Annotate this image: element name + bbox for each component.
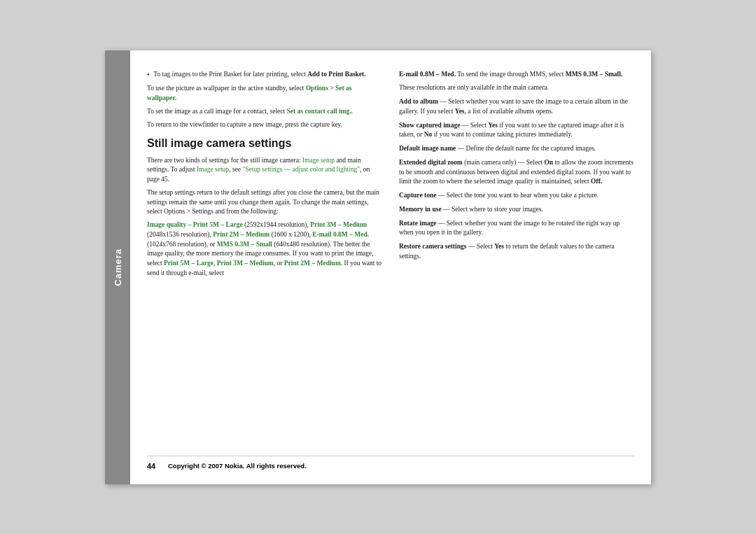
page-number: 44 [147, 462, 168, 470]
default-image-name-para: Default image name — Define the default … [399, 144, 634, 154]
show-captured-para: Show captured image — Select Yes if you … [399, 121, 634, 141]
setup-settings-link: "Setup settings — adjust color and light… [242, 166, 360, 173]
resolution-note: These resolutions are only available in … [399, 83, 634, 93]
options-wallpaper: Options > Set as wallpaper. [147, 85, 352, 101]
two-column-layout: • To tag images to the Print Basket for … [147, 70, 634, 449]
yes-label-2: Yes [488, 122, 498, 129]
add-album-label: Add to album [399, 98, 438, 105]
restore-settings-para: Restore camera settings — Select Yes to … [399, 242, 634, 262]
still-image-heading: Still image camera settings [147, 135, 382, 151]
bullet-text-1: To tag images to the Print Basket for la… [153, 70, 365, 80]
image-setup-link2: Image setup [197, 166, 229, 173]
email-mms-para: E-mail 0.8M – Med. To send the image thr… [399, 70, 634, 80]
intro-para: There are two kinds of settings for the … [147, 156, 382, 185]
right-column: E-mail 0.8M – Med. To send the image thr… [399, 70, 634, 449]
sidebar-label: Camera [113, 248, 123, 286]
quality-email: E-mail 0.8M – Med. [312, 231, 369, 238]
add-to-print-basket: Add to Print Basket. [307, 71, 365, 78]
extended-zoom-para: Extended digital zoom (main camera only)… [399, 158, 634, 187]
no-label: No [424, 131, 433, 138]
image-setup-link1: Image setup [302, 157, 335, 164]
print-5m: Print 5M – Large [164, 260, 214, 267]
rotate-image-label: Rotate image [399, 220, 437, 227]
print-2m: Print 2M – Medium [284, 260, 341, 267]
wallpaper-para: To use the picture as wallpaper in the a… [147, 84, 382, 104]
copyright-bold: Copyright © 2007 Nokia. All rights reser… [168, 462, 307, 470]
mms-0-3m-label: MMS 0.3M – Small. [566, 71, 623, 78]
sidebar: Camera [105, 50, 130, 484]
contact-call-para: To set the image as a call image for a c… [147, 107, 382, 117]
default-image-name-label: Default image name [399, 145, 456, 152]
document-page: Camera • To tag images to the Print Bask… [105, 50, 651, 484]
extended-zoom-label: Extended digital zoom [399, 159, 463, 166]
email-0-8m-label: E-mail 0.8M – Med. [399, 71, 456, 78]
on-label: On [544, 159, 553, 166]
viewfinder-para: To return to the viewfinder to capture a… [147, 120, 382, 130]
yes-label-1: Yes [455, 108, 465, 115]
page-footer: 44 Copyright © 2007 Nokia. All rights re… [147, 456, 634, 470]
bullet-section: • To tag images to the Print Basket for … [147, 70, 382, 80]
add-to-album-para: Add to album — Select whether you want t… [399, 97, 634, 117]
copyright-text: Copyright © 2007 Nokia. All rights reser… [168, 462, 307, 470]
print-3m: Print 3M – Medium [217, 260, 274, 267]
rotate-image-para: Rotate image — Select whether you want t… [399, 219, 634, 239]
memory-in-use-para: Memory in use — Select where to store yo… [399, 205, 634, 215]
capture-tone-label: Capture tone [399, 192, 436, 199]
set-contact-call: Set as contact call img.. [287, 108, 353, 115]
memory-in-use-label: Memory in use [399, 206, 442, 213]
page-content: • To tag images to the Print Basket for … [130, 50, 651, 484]
default-settings-para: The setup settings return to the default… [147, 188, 382, 217]
yes-label-3: Yes [494, 243, 504, 250]
capture-tone-para: Capture tone — Select the tone you want … [399, 191, 634, 201]
quality-label: Image quality – Print 5M – Large [147, 221, 243, 228]
left-column: • To tag images to the Print Basket for … [147, 70, 382, 449]
quality-3m: Print 3M – Medium [310, 221, 367, 228]
quality-mms: MMS 0.3M – Small [217, 241, 272, 248]
bullet-item-1: • To tag images to the Print Basket for … [147, 70, 382, 80]
quality-2m: Print 2M – Medium [213, 231, 270, 238]
show-captured-label: Show captured image [399, 122, 460, 129]
restore-settings-label: Restore camera settings [399, 243, 466, 250]
off-label: Off. [591, 178, 602, 185]
bullet-dot: • [147, 71, 149, 80]
image-quality-para: Image quality – Print 5M – Large (2592x1… [147, 220, 382, 279]
